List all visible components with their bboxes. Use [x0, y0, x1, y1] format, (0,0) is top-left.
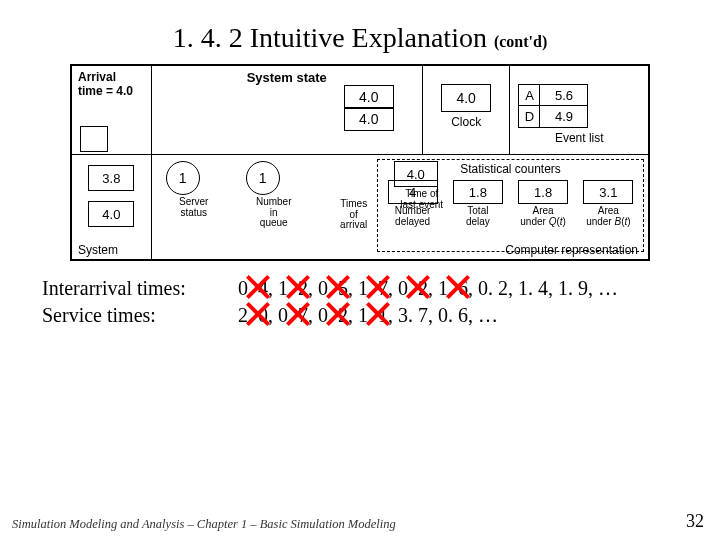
- service-label: Service times:: [42, 304, 238, 327]
- stat-aq: 1.8: [518, 180, 568, 204]
- system-state-title: System state: [154, 68, 420, 85]
- system-left-cell: 3.8 4.0 System: [72, 155, 152, 259]
- toa-box-1: 4.0: [344, 107, 394, 131]
- diagram: Arrival time = 4.0 System state 4.0 4.0 …: [70, 64, 650, 261]
- system-state-cell: System state 4.0 4.0: [152, 66, 423, 154]
- bottom-right-cell: 1 Server status 1 Number in queue Times …: [152, 155, 648, 259]
- stat-ab: 3.1: [583, 180, 633, 204]
- server-status-label: Server status: [166, 197, 222, 218]
- stat-td-label: Total delay: [450, 206, 506, 227]
- slide: 1. 4. 2 Intuitive Explanation (cont'd) A…: [0, 0, 720, 540]
- stat-nd: 4: [388, 180, 438, 204]
- stat-nd-label: Number delayed: [385, 206, 441, 227]
- event-d-value: 4.9: [540, 106, 588, 128]
- server-status-circle: 1: [166, 161, 200, 195]
- toa-label: Times of arrival: [326, 199, 382, 231]
- niq-label: Number in queue: [246, 197, 302, 229]
- title-contd: (cont'd): [494, 33, 547, 50]
- event-d-label: D: [518, 106, 540, 128]
- footer: Simulation Modeling and Analysis – Chapt…: [12, 517, 396, 532]
- event-a-value: 5.6: [540, 84, 588, 106]
- left-box-0: 3.8: [88, 165, 134, 191]
- left-box-1: 4.0: [88, 201, 134, 227]
- stat-ab-label: Area under B(t): [580, 206, 636, 227]
- title-main: 1. 4. 2 Intuitive Explanation: [173, 22, 487, 53]
- toa-box-0: 4.0: [344, 85, 394, 109]
- slide-title: 1. 4. 2 Intuitive Explanation (cont'd): [0, 0, 720, 54]
- arrival-cell: Arrival time = 4.0: [72, 66, 152, 154]
- arrival-empty-box: [80, 126, 108, 152]
- page-number: 32: [686, 511, 704, 532]
- stat-aq-label: Area under Q(t): [515, 206, 571, 227]
- clock-value: 4.0: [441, 84, 491, 112]
- arrival-label-1: Arrival: [78, 70, 116, 84]
- clock-cell: 4.0 Clock: [423, 66, 511, 154]
- event-list-label: Event list: [512, 131, 646, 145]
- service-values: 2. 0, 0. 7, 0. 2, 1. 1, 3. 7, 0. 6, …: [238, 304, 498, 327]
- clock-label: Clock: [425, 115, 508, 129]
- system-label: System: [78, 243, 118, 257]
- interarrival-label: Interarrival times:: [42, 277, 238, 300]
- computer-rep-label: Computer representation: [505, 243, 644, 257]
- interarrival-values: 0. 4, 1. 2, 0. 5, 1. 7, 0. 2, 1. 6, 0. 2…: [238, 277, 618, 300]
- times-block: Interarrival times: 0. 4, 1. 2, 0. 5, 1.…: [42, 277, 720, 327]
- arrival-label-2: time = 4.0: [78, 84, 133, 98]
- event-a-label: A: [518, 84, 540, 106]
- event-list-cell: A 5.6 D 4.9 Event list: [510, 66, 648, 154]
- stats-box: Statistical counters 4 1.8 1.8 3.1 Numbe…: [377, 159, 644, 252]
- niq-circle: 1: [246, 161, 280, 195]
- stat-td: 1.8: [453, 180, 503, 204]
- stats-title: Statistical counters: [380, 162, 641, 176]
- times-of-arrival-stack: 4.0 4.0: [344, 86, 394, 131]
